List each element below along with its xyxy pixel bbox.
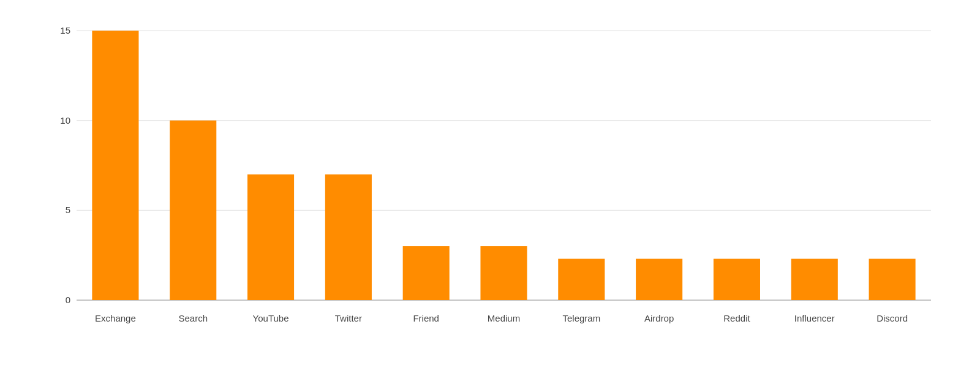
x-axis-label-twitter: Twitter	[335, 313, 362, 323]
bar-influencer[interactable]	[791, 259, 838, 300]
bar-exchange[interactable]	[92, 31, 138, 300]
x-axis-label-telegram: Telegram	[562, 313, 600, 323]
bar-discord[interactable]	[869, 259, 916, 300]
y-axis-label: 15	[60, 25, 70, 36]
bar-medium[interactable]	[480, 246, 527, 300]
bar-airdrop[interactable]	[636, 259, 682, 300]
x-axis-label-youtube: YouTube	[253, 313, 289, 323]
bar-twitter[interactable]	[325, 175, 372, 300]
bar-friend[interactable]	[403, 246, 450, 300]
y-axis-label: 0	[66, 295, 70, 305]
x-axis-label-influencer: Influencer	[794, 313, 835, 323]
y-axis-label: 10	[60, 115, 70, 126]
bar-search[interactable]	[170, 121, 216, 300]
x-axis-label-search: Search	[178, 313, 208, 323]
y-axis-label: 5	[66, 205, 70, 215]
x-axis-label-reddit: Reddit	[723, 313, 750, 323]
bar-chart: 051015ExchangeSearchYouTubeTwitterFriend…	[43, 18, 943, 343]
x-axis-label-exchange: Exchange	[95, 313, 136, 323]
x-axis-label-medium: Medium	[488, 313, 520, 323]
chart-container: 051015ExchangeSearchYouTubeTwitterFriend…	[0, 0, 980, 392]
x-axis-label-discord: Discord	[876, 313, 908, 323]
x-axis-label-friend: Friend	[413, 313, 439, 323]
bar-reddit[interactable]	[714, 259, 760, 300]
x-axis-label-airdrop: Airdrop	[644, 313, 674, 323]
bar-telegram[interactable]	[558, 259, 605, 300]
bar-youtube[interactable]	[247, 175, 294, 300]
